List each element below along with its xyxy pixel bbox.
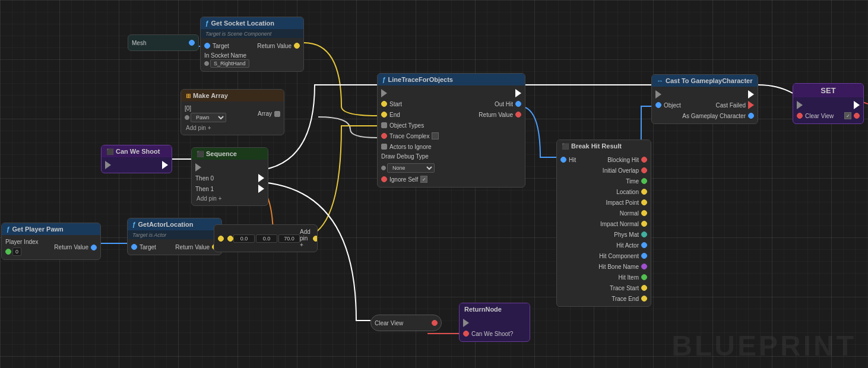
pin-target[interactable] — [131, 244, 137, 250]
ignore-self-checkbox[interactable]: ✓ — [420, 176, 427, 183]
pin-hit-component[interactable] — [641, 253, 647, 259]
debug-dropdown[interactable]: None — [387, 163, 435, 173]
vec-x[interactable]: 0.0 — [233, 234, 255, 243]
pin-ignore-self[interactable] — [381, 176, 387, 182]
add-pin[interactable]: Add pin + — [192, 194, 268, 203]
pin-row-location: Location — [557, 186, 651, 197]
pin-vec-out[interactable] — [313, 236, 318, 242]
pin-end[interactable] — [381, 112, 387, 118]
get-socket-location-node[interactable]: ƒ Get Socket Location Target is Scene Co… — [200, 17, 304, 72]
vec-y[interactable]: 0.0 — [256, 234, 277, 243]
pin-hit-in[interactable] — [560, 157, 566, 163]
vec-z[interactable]: 70.0 — [278, 234, 300, 243]
pin-hit-item[interactable] — [641, 274, 647, 280]
pin-phys-mat[interactable] — [641, 231, 647, 237]
pin-exec-in[interactable] — [797, 101, 803, 109]
pin-array-out[interactable] — [274, 111, 280, 117]
pin-exec-in[interactable] — [195, 163, 201, 172]
node-title: Sequence — [206, 150, 237, 157]
pin-vec-in2[interactable] — [227, 236, 233, 242]
pawn-dropdown[interactable]: Pawn — [191, 113, 226, 122]
pin-return-value[interactable] — [294, 43, 300, 49]
pin-exec-out[interactable] — [515, 89, 521, 97]
pin-normal[interactable] — [641, 210, 647, 216]
blueprint-canvas[interactable]: ƒ Get Socket Location Target is Scene Co… — [0, 0, 868, 368]
cast-to-gameplay-node[interactable]: ↔ Cast To GameplayCharacter Object Cast … — [651, 74, 758, 124]
pin-item0[interactable] — [185, 115, 189, 120]
return-node[interactable]: ReturnNode Can We Shoot? — [459, 303, 530, 342]
get-player-pawn-node[interactable]: ƒ Get Player Pawn Player Index 0 Return … — [1, 223, 101, 260]
node-subtitle: Target is Scene Component — [205, 31, 271, 37]
pin-exec-out[interactable] — [854, 101, 860, 109]
mesh-node[interactable]: Mesh — [128, 34, 199, 51]
impact-point-label: Impact Point — [606, 199, 639, 206]
pin-impact-point[interactable] — [641, 199, 647, 205]
get-actor-location-node[interactable]: ƒ GetActorLocation Target is Actor Targe… — [127, 218, 222, 255]
make-array-node[interactable]: ⊞ Make Array [0] Pawn Array Add pin + — [180, 89, 284, 135]
pin-trace-complex[interactable] — [381, 133, 387, 139]
node-body: [0] Pawn Array Add pin + — [181, 101, 284, 135]
node-subtitle: Target is Actor — [132, 232, 166, 238]
node-title: Break Hit Result — [571, 142, 622, 150]
func-icon: ƒ — [205, 20, 209, 27]
break-hit-result-node[interactable]: ⬛ Break Hit Result Hit Blocking Hit Init… — [556, 139, 651, 307]
pin-time[interactable] — [641, 178, 647, 184]
node-body: Player Index 0 Return Value — [2, 235, 100, 259]
pin-clear-view-in[interactable] — [797, 113, 803, 119]
pin-return[interactable] — [91, 245, 97, 250]
player-index-value[interactable]: 0 — [12, 248, 21, 256]
pin-target[interactable] — [204, 43, 210, 49]
pin-trace-start[interactable] — [641, 285, 647, 291]
pin-exec-out[interactable] — [162, 161, 168, 169]
pin-object-types[interactable] — [381, 122, 387, 128]
pin-row-exec — [102, 160, 172, 170]
func-icon: ƒ — [132, 221, 136, 228]
pin-actors[interactable] — [381, 144, 387, 150]
pin-return-value[interactable] — [515, 112, 521, 118]
pin-object[interactable] — [655, 102, 661, 108]
pin-exec-in[interactable] — [381, 89, 387, 97]
clear-view-checkbox[interactable]: ✓ — [844, 112, 851, 119]
vector-offset-node[interactable]: 0.0 0.0 70.0 Add pin + — [214, 224, 318, 252]
pin-initial[interactable] — [641, 167, 647, 173]
pin-impact-normal[interactable] — [641, 221, 647, 227]
pin-location[interactable] — [641, 189, 647, 195]
pin-clear-view-out[interactable] — [854, 113, 860, 119]
pin-cast-failed[interactable] — [748, 101, 754, 109]
pin-hit-bone[interactable] — [641, 264, 647, 269]
pin-exec-in[interactable] — [655, 90, 661, 99]
pin-out-hit[interactable] — [515, 101, 521, 107]
node-body: Object Cast Failed As Gameplay Character — [652, 87, 758, 123]
pin-trace-end[interactable] — [641, 296, 647, 302]
pin-player-index[interactable] — [5, 249, 11, 255]
pin-row-actors: Actors to Ignore — [378, 141, 525, 152]
pin-exec-in[interactable] — [105, 161, 111, 169]
socket-name-value[interactable]: S_RightHand — [210, 59, 249, 68]
pin-vec-in1[interactable] — [218, 236, 224, 242]
clear-view-node[interactable]: Clear View — [370, 315, 442, 331]
pin-socket[interactable] — [204, 61, 209, 66]
pin-blocking-hit[interactable] — [641, 157, 647, 163]
pin-row-obj-types: Object Types — [378, 120, 525, 131]
pin-clear-out[interactable] — [432, 320, 438, 326]
trace-complex-checkbox[interactable] — [432, 132, 439, 139]
pin-hit-actor[interactable] — [641, 242, 647, 248]
pin-mesh-out[interactable] — [189, 40, 195, 46]
pin-debug[interactable] — [381, 166, 386, 170]
pin-then1-out[interactable] — [258, 185, 264, 193]
set-node[interactable]: SET Clear View ✓ — [793, 83, 864, 124]
pin-start[interactable] — [381, 101, 387, 107]
blocking-hit-label: Blocking Hit — [607, 157, 639, 163]
sequence-node[interactable]: ⬛ Sequence Then 0 Then 1 — [191, 147, 268, 206]
node-header: ƒ Get Socket Location — [201, 17, 303, 29]
pin-as-gameplay[interactable] — [748, 113, 754, 119]
pin-can-we-shoot[interactable] — [463, 331, 469, 337]
pin-row-hit-bone: Hit Bone Name — [557, 261, 651, 272]
pin-exec-in[interactable] — [463, 319, 469, 327]
node-title: ReturnNode — [464, 306, 502, 313]
pin-then0-out[interactable] — [258, 174, 264, 182]
can-we-shoot-node[interactable]: ⬛ Can We Shoot — [101, 145, 172, 173]
pin-exec-out[interactable] — [748, 90, 754, 99]
line-trace-node[interactable]: ƒ LineTraceForObjects Start Out H — [377, 73, 525, 188]
add-pin[interactable]: Add pin + — [181, 123, 284, 132]
